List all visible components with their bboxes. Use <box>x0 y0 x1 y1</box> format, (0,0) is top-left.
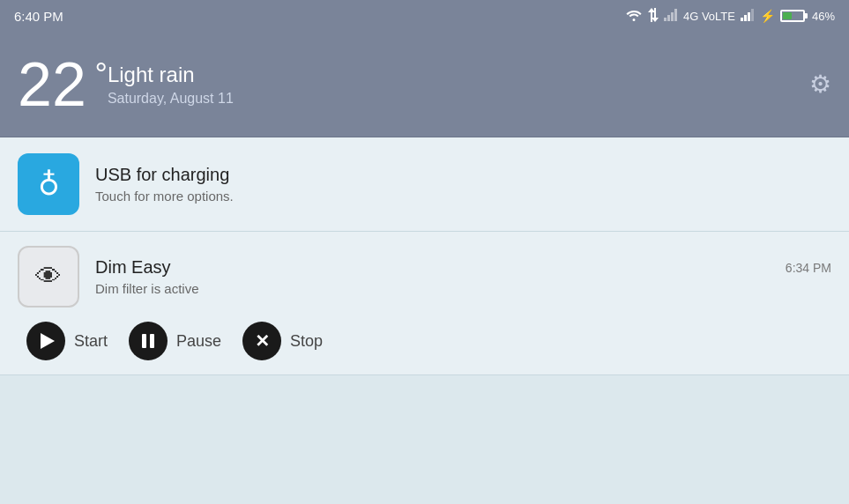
svg-rect-2 <box>671 12 674 21</box>
svg-rect-1 <box>667 15 670 21</box>
usb-notification-text: USB for charging Touch for more options. <box>95 165 831 204</box>
pause-icon-container <box>129 322 168 360</box>
stop-button[interactable]: ✕ Stop <box>242 322 323 360</box>
battery-fill <box>783 12 792 19</box>
svg-rect-7 <box>751 9 754 21</box>
dim-easy-title: Dim Easy <box>95 257 171 278</box>
network-label: 4G VoLTE <box>683 10 735 23</box>
data-transfer-icon <box>648 8 659 25</box>
action-buttons: Start Pause ✕ Stop <box>18 322 831 360</box>
stop-icon: ✕ <box>255 332 270 350</box>
svg-rect-0 <box>664 18 667 21</box>
status-time: 6:40 PM <box>14 9 63 24</box>
usb-notification-subtitle: Touch for more options. <box>95 189 831 204</box>
usb-icon-container: ♁ <box>18 153 79 215</box>
weather-panel: 22° Light rain Saturday, August 11 ⚙ <box>0 32 849 137</box>
weather-date: Saturday, August 11 <box>108 91 809 107</box>
degree-symbol: ° <box>94 59 107 91</box>
dim-easy-header: Dim Easy 6:34 PM <box>95 257 831 278</box>
svg-rect-5 <box>744 15 747 21</box>
signal-icon-2 <box>741 9 755 24</box>
notifications-area: ♁ USB for charging Touch for more option… <box>0 137 849 375</box>
start-label: Start <box>74 332 108 351</box>
usb-notification[interactable]: ♁ USB for charging Touch for more option… <box>0 137 849 232</box>
status-bar: 6:40 PM 4G VoLTE <box>0 0 849 32</box>
dim-easy-info: Dim Easy 6:34 PM Dim filter is active <box>95 257 831 296</box>
svg-rect-4 <box>741 18 743 21</box>
status-icons: 4G VoLTE ⚡ 46% <box>625 8 835 25</box>
battery-icon <box>780 10 805 22</box>
usb-icon: ♁ <box>38 167 60 202</box>
play-icon <box>41 333 55 349</box>
dim-easy-subtitle: Dim filter is active <box>95 281 831 296</box>
battery-indicator: 46% <box>780 10 835 23</box>
svg-rect-6 <box>748 12 750 21</box>
svg-rect-3 <box>674 9 677 21</box>
stop-icon-container: ✕ <box>242 322 281 360</box>
start-button[interactable]: Start <box>26 322 108 360</box>
weather-condition: Light rain <box>108 63 809 87</box>
signal-icon <box>664 9 678 24</box>
usb-notification-title: USB for charging <box>95 165 831 185</box>
settings-icon[interactable]: ⚙ <box>809 70 831 99</box>
play-icon-container <box>26 322 65 360</box>
charging-icon: ⚡ <box>760 9 775 23</box>
dim-easy-icon-container: 👁 <box>18 246 79 308</box>
eye-icon: 👁 <box>35 262 62 292</box>
weather-temperature: 22° <box>18 54 86 115</box>
stop-label: Stop <box>290 332 323 351</box>
dim-easy-top: 👁 Dim Easy 6:34 PM Dim filter is active <box>18 246 831 308</box>
wifi-icon <box>625 9 643 24</box>
dim-easy-notification[interactable]: 👁 Dim Easy 6:34 PM Dim filter is active … <box>0 232 849 375</box>
battery-percent: 46% <box>812 10 835 23</box>
pause-button[interactable]: Pause <box>129 322 221 360</box>
weather-info: Light rain Saturday, August 11 <box>108 63 809 107</box>
pause-label: Pause <box>176 332 221 351</box>
dim-easy-time: 6:34 PM <box>786 261 831 275</box>
pause-icon <box>142 334 154 348</box>
